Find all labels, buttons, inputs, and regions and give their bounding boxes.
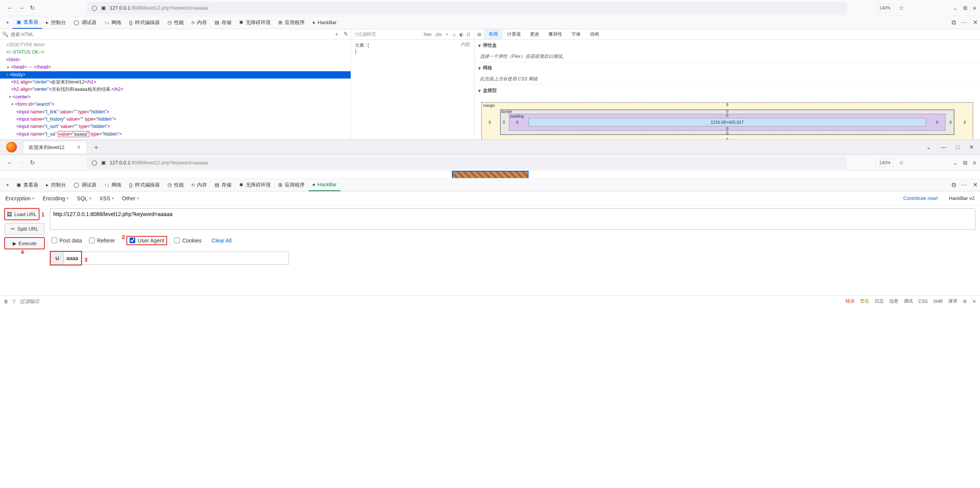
tab-debugger[interactable]: ◯调试器 (70, 16, 100, 29)
dark-mode-icon[interactable]: ☼ (452, 32, 456, 37)
back-icon[interactable]: ← (7, 5, 13, 11)
tab-animations[interactable]: 动画 (585, 29, 604, 39)
forward-icon[interactable]: → (18, 5, 25, 11)
add-node-icon[interactable]: ＋ (334, 31, 340, 38)
window-maximize-icon[interactable]: □ (956, 144, 959, 150)
pick-element-icon[interactable]: ⌖ (2, 178, 13, 191)
search-html-input[interactable] (11, 32, 332, 37)
tab-compat[interactable]: 兼容性 (544, 29, 567, 39)
menu-encryption[interactable]: Encryption▾ (5, 195, 34, 201)
close-devtools-icon[interactable]: ✕ (973, 19, 978, 26)
check-user-agent[interactable]: User Agent (130, 237, 164, 244)
tab-dropdown-icon[interactable]: ⌄ (926, 144, 931, 150)
close-icon[interactable]: ✕ (972, 299, 976, 304)
tab-performance[interactable]: ◷性能 (164, 178, 188, 191)
tab-memory[interactable]: ⎋内存 (188, 178, 211, 191)
pocket-icon[interactable]: ⌄ (953, 159, 958, 166)
reload-icon[interactable]: ↻ (30, 159, 35, 166)
menu-other[interactable]: Other▾ (122, 195, 139, 201)
dock-icon[interactable]: ⧉ (952, 19, 956, 26)
tab-style-editor[interactable]: {}样式编辑器 (125, 178, 164, 191)
tab-layout[interactable]: 布局 (484, 29, 502, 39)
tab-hackbar[interactable]: ●HackBar (309, 16, 341, 29)
tab-application[interactable]: ⊞应用程序 (274, 16, 309, 29)
page-tab[interactable]: 欢迎来到level12 ✕ (23, 141, 87, 153)
styles-panel[interactable]: 元素 ⦙ { } 内联 (351, 40, 474, 139)
tab-inspector[interactable]: ▣查看器 (13, 178, 42, 191)
check-post-data[interactable]: Post data (51, 237, 82, 244)
tab-application[interactable]: ⊞应用程序 (274, 178, 309, 191)
trash-icon[interactable]: 🗑 (4, 299, 8, 304)
more-icon[interactable]: ⋯ (961, 181, 967, 188)
menu-encoding[interactable]: Encoding▾ (43, 195, 68, 201)
extensions-icon[interactable]: ⧉ (963, 159, 967, 166)
cls-toggle[interactable]: .cls (435, 32, 442, 37)
hov-toggle[interactable]: :hov (423, 32, 432, 37)
tab-network[interactable]: ↑↓网络 (100, 178, 125, 191)
tab-inspector[interactable]: ▣查看器 (13, 16, 42, 29)
filter-css[interactable]: CSS (918, 299, 928, 304)
tab-console[interactable]: ▸控制台 (42, 16, 70, 29)
menu-icon[interactable]: ≡ (973, 5, 976, 11)
tab-network[interactable]: ↑↓网络 (100, 16, 125, 29)
user-agent-input-rest[interactable] (82, 252, 289, 265)
tab-fonts[interactable]: 字体 (567, 29, 585, 39)
clear-all-link[interactable]: Clear All (212, 237, 231, 244)
hackbar-url-input[interactable]: http://127.0.0.1:8088/level12.php?keywor… (50, 208, 975, 230)
filter-logs[interactable]: 日志 (875, 298, 884, 305)
forward-icon[interactable]: → (18, 159, 25, 166)
menu-xss[interactable]: XSS▾ (100, 195, 114, 201)
bookmark-icon[interactable]: ☆ (899, 159, 904, 166)
tab-memory[interactable]: ⎋内存 (188, 16, 211, 29)
pick-element-icon[interactable]: ⌖ (2, 16, 13, 29)
pocket-icon[interactable]: ⌄ (953, 5, 958, 11)
close-devtools-icon[interactable]: ✕ (973, 181, 978, 188)
url-bar[interactable]: ◯ ▣ 127.0.0.1:8088/level12.php?keyword=a… (87, 157, 847, 169)
contribute-link[interactable]: Contribute now! (903, 195, 938, 201)
tab-computed[interactable]: 计算值 (502, 29, 525, 39)
tab-console[interactable]: ▸控制台 (42, 178, 70, 191)
console-filter-input[interactable] (20, 298, 135, 304)
filter-info[interactable]: 信息 (889, 298, 898, 305)
tab-debugger[interactable]: ◯调试器 (70, 178, 100, 191)
tab-close-icon[interactable]: ✕ (77, 144, 81, 150)
layout-panel[interactable]: ▾弹性盒 选择一个弹性（Flex）容器或项目以继续。 ▾网格 此页面上没有使用 … (474, 40, 980, 139)
split-url-button[interactable]: ✂ Split URL (5, 223, 44, 234)
back-icon[interactable]: ← (7, 159, 13, 166)
reload-icon[interactable]: ↻ (30, 4, 35, 11)
eyedropper-icon[interactable]: ✎ (343, 31, 348, 38)
user-agent-input[interactable] (64, 252, 81, 265)
menu-icon[interactable]: ≡ (973, 159, 976, 166)
execute-button[interactable]: ▶ Execute (5, 237, 44, 249)
tab-style-editor[interactable]: {}样式编辑器 (125, 16, 164, 29)
print-media-icon[interactable]: 🗋 (466, 32, 471, 37)
check-referer[interactable]: Referer (89, 237, 115, 244)
filter-styles-input[interactable]: 过滤样式 (358, 31, 423, 38)
tab-storage[interactable]: ▤存储 (211, 178, 235, 191)
filter-errors[interactable]: 错误 (845, 298, 855, 305)
tab-accessibility[interactable]: ✱无障碍环境 (235, 178, 274, 191)
new-tab-icon[interactable]: ＋ (89, 142, 103, 152)
window-close-icon[interactable]: ✕ (969, 144, 974, 150)
zoom-level[interactable]: 140% (877, 159, 894, 167)
sidebar-toggle-icon[interactable]: ⧉ (474, 32, 484, 37)
new-rule-icon[interactable]: ＋ (445, 31, 449, 38)
settings-icon[interactable]: ⚙ (963, 299, 967, 304)
dock-icon[interactable]: ⧉ (952, 182, 956, 188)
tab-storage[interactable]: ▤存储 (211, 16, 235, 29)
check-cookies[interactable]: Cookies (174, 237, 202, 244)
dom-tree[interactable]: <!DOCTYPE html> <!--STATUS OK--> <html> … (0, 40, 351, 139)
filter-warnings[interactable]: 警告 (860, 298, 869, 305)
tab-accessibility[interactable]: ✱无障碍环境 (235, 16, 274, 29)
extensions-icon[interactable]: ⧉ (963, 5, 967, 11)
more-icon[interactable]: ⋯ (961, 19, 967, 26)
filter-debug[interactable]: 调试 (904, 298, 913, 305)
bookmark-icon[interactable]: ☆ (899, 5, 904, 11)
tab-performance[interactable]: ◷性能 (164, 16, 188, 29)
filter-xhr[interactable]: XHR (933, 299, 943, 304)
menu-sql[interactable]: SQL▾ (77, 195, 91, 201)
tab-hackbar[interactable]: ●HackBar (309, 178, 341, 191)
zoom-level[interactable]: 140% (877, 4, 894, 12)
load-url-button[interactable]: 🖼 Load URL (5, 208, 39, 220)
tab-changes[interactable]: 更改 (525, 29, 544, 39)
